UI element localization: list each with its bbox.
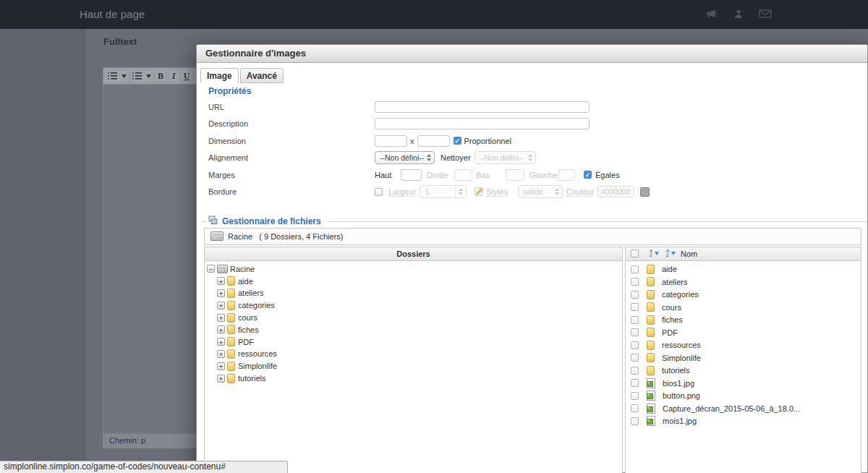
folder-row[interactable]: categories [626,289,861,302]
file-row[interactable]: button.png [626,390,861,403]
row-checkbox[interactable] [631,379,639,387]
folder-icon [227,349,235,359]
tree-row[interactable]: +aide [205,275,622,287]
bullet-list-button[interactable] [130,69,153,82]
tree-folder-label: tutoriels [238,374,266,383]
expand-icon[interactable]: + [217,289,225,297]
image-file-icon [647,404,655,414]
name-column-header[interactable]: Nom [681,250,697,258]
cleanup-select: --Non défini-- [475,151,536,164]
folder-row[interactable]: Simplonlife [626,351,861,365]
sort-files-icon[interactable]: az [665,249,676,258]
folder-row[interactable]: ateliers [626,276,861,289]
border-color-input [597,186,634,197]
tab-avance[interactable]: Avancé [240,68,284,83]
user-icon[interactable] [733,8,744,20]
mail-icon[interactable] [759,9,772,19]
underline-button[interactable]: U [181,69,192,82]
row-checkbox[interactable] [631,354,639,362]
numbered-list-button[interactable] [106,69,129,82]
row-checkbox[interactable] [631,404,639,412]
tree-row[interactable]: +categories [205,299,622,312]
margin-right-label: Droite [427,171,454,179]
expand-icon[interactable]: + [217,325,225,333]
styles-icon[interactable] [474,187,484,197]
row-checkbox[interactable] [631,303,639,311]
row-checkbox[interactable] [631,328,639,336]
folder-row[interactable]: tutoriels [626,365,861,378]
alignment-row: Alignement --Non défini-- Nettoyer --Non… [208,152,867,164]
tree-root-label: Racine [230,265,255,273]
width-input[interactable] [375,135,407,147]
expand-icon[interactable]: + [217,375,225,383]
folder-icon [227,374,235,383]
tree-row[interactable]: +ateliers [205,287,622,299]
tree-folder-label: categories [238,301,275,310]
row-checkbox[interactable] [631,341,639,349]
border-checkbox[interactable] [375,188,383,196]
folder-name: fiches [662,315,683,324]
expand-icon[interactable]: + [217,302,225,310]
expand-icon[interactable]: + [217,338,225,346]
tree-row[interactable]: +Simplonlife [205,360,622,372]
margin-top-input[interactable] [401,169,422,181]
tree-row[interactable]: +fiches [205,323,622,336]
tree-row[interactable]: +cours [205,312,622,324]
tree-row[interactable]: +tutoriels [205,372,622,385]
expand-icon[interactable]: + [217,277,225,285]
margin-bottom-input [506,169,524,181]
margin-right-input [454,169,472,181]
proportional-checkbox[interactable]: ✓ [454,137,461,145]
file-manager-legend: Gestionnaire de fichiers [197,216,867,227]
root-label[interactable]: Racine [228,232,252,241]
row-checkbox[interactable] [631,278,639,286]
file-row[interactable]: mois1.jpg [626,415,861,428]
expand-icon[interactable]: + [217,350,225,358]
folder-row[interactable]: aide [626,263,861,276]
alignment-select[interactable]: --Non défini-- [375,151,435,164]
bold-button[interactable]: B [155,69,166,82]
row-checkbox[interactable] [631,367,639,375]
folder-row[interactable]: cours [626,301,861,314]
equal-margins-checkbox[interactable]: ✓ [584,171,592,179]
margin-top-label: Haut [375,171,401,179]
folder-row[interactable]: fiches [626,314,861,327]
row-checkbox[interactable] [631,265,639,273]
file-row[interactable]: bios1.jpg [626,377,861,390]
folder-icon [647,290,655,299]
file-manager-title: Gestionnaire de fichiers [222,216,321,226]
admin-topbar: Haut de page [0,0,868,29]
row-checkbox[interactable] [631,316,639,324]
file-manager-icon [208,215,218,228]
row-checkbox[interactable] [631,392,639,400]
folder-name: cours [662,303,681,312]
tree-folder-label: Simplonlife [238,362,277,370]
root-info: ( 9 Dossiers, 4 Fichiers) [259,232,343,241]
url-label: URL [208,103,375,111]
expand-icon[interactable]: + [217,314,225,322]
folder-icon [647,277,655,286]
folder-row[interactable]: PDF [626,326,861,339]
tree-row-root[interactable]: −Racine [205,263,622,276]
select-all-checkbox[interactable] [631,250,639,257]
collapse-icon[interactable]: − [207,265,215,273]
row-checkbox[interactable] [631,291,639,299]
color-picker-button[interactable] [640,187,650,197]
expand-icon[interactable]: + [217,362,225,370]
height-input[interactable] [417,135,450,147]
sort-folders-icon[interactable]: az [649,249,659,258]
row-checkbox[interactable] [631,417,639,425]
properties-section-title: Propriétés [208,86,867,96]
folder-name: ressources [662,341,701,349]
megaphone-icon[interactable] [705,8,718,20]
italic-button[interactable]: I [168,69,179,82]
folder-row[interactable]: ressources [626,339,861,352]
file-row[interactable]: Capture_décran_2015-05-06_à_18.0... [626,402,861,415]
tab-image[interactable]: Image [200,68,239,83]
description-input[interactable] [375,118,590,129]
url-input[interactable] [375,101,590,113]
tree-row[interactable]: +ressources [205,348,622,360]
tree-row[interactable]: +PDF [205,336,622,348]
folder-icon [227,301,235,310]
chevron-down-icon [122,74,127,78]
